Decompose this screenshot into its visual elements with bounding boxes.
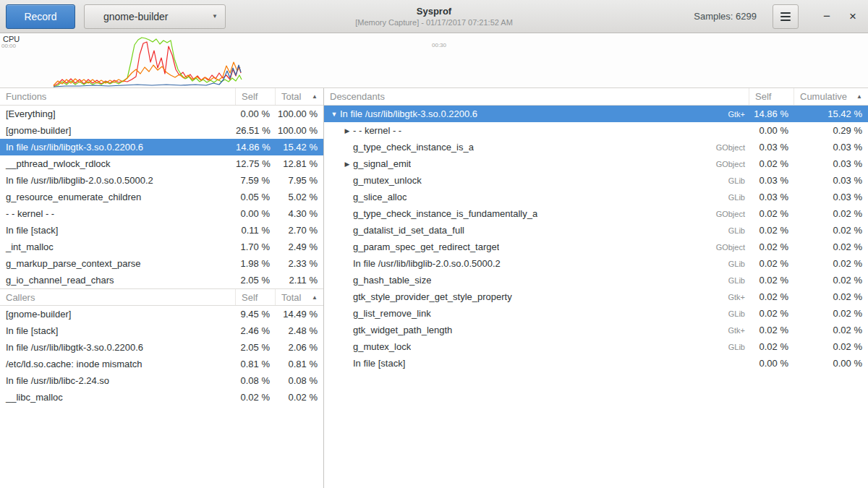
row-self: 9.45 % <box>236 309 276 320</box>
expander-closed-icon[interactable]: ▶ <box>341 160 353 168</box>
row-self: 12.75 % <box>236 158 276 169</box>
category-label: GLib <box>723 343 749 351</box>
row-self: 7.59 % <box>236 175 276 186</box>
category-label: GLib <box>723 276 749 285</box>
descendant-row[interactable]: ▼In file /usr/lib/libgtk-3.so.0.2200.6Gt… <box>324 106 868 122</box>
descendant-name-cell: ▼In file /usr/lib/libgtk-3.so.0.2200.6Gt… <box>324 108 749 119</box>
descendant-name-cell: g_datalist_id_set_data_fullGLib <box>324 225 749 236</box>
descendant-row[interactable]: g_list_remove_linkGLib0.02 %0.02 % <box>324 305 868 322</box>
category-label: GLib <box>723 193 749 202</box>
process-selector[interactable]: gnome-builder ▼ <box>84 4 226 29</box>
row-cumulative: 0.03 % <box>794 158 868 169</box>
column-header-functions-label: Functions <box>6 91 46 102</box>
function-row[interactable]: g_resource_enumerate_children0.05 %5.02 … <box>0 189 323 205</box>
cpu-line-red <box>54 42 241 86</box>
left-panel: Functions Self Total▲ [Everything]0.00 %… <box>0 88 324 488</box>
window-subtitle: [Memory Capture] - 01/17/2017 07:21:52 A… <box>355 18 513 27</box>
descendant-name-cell: g_type_check_instance_is_fundamentally_a… <box>324 208 749 219</box>
category-label: Gtk+ <box>722 293 749 301</box>
column-header-cumulative[interactable]: Cumulative▲ <box>794 88 868 105</box>
caller-row[interactable]: In file [stack]2.46 %2.48 % <box>0 322 323 339</box>
function-row[interactable]: [gnome-builder]26.51 %100.00 % <box>0 122 323 139</box>
descendant-row[interactable]: g_mutex_lockGLib0.02 %0.02 % <box>324 338 868 355</box>
descendant-row[interactable]: gtk_style_provider_get_style_propertyGtk… <box>324 288 868 305</box>
record-button[interactable]: Record <box>6 4 75 29</box>
descendant-row[interactable]: In file [stack]0.00 %0.00 % <box>324 355 868 372</box>
column-header-descendants[interactable]: Descendants <box>324 88 749 105</box>
row-self: 0.02 % <box>749 241 794 252</box>
row-cumulative: 0.02 % <box>794 208 868 219</box>
time-tick-mid: 00:30 <box>432 42 446 48</box>
descendant-name: g_type_check_instance_is_fundamentally_a <box>353 208 537 219</box>
descendant-row[interactable]: g_hash_table_sizeGLib0.02 %0.02 % <box>324 272 868 288</box>
descendant-name: In file /usr/lib/libgtk-3.so.0.2200.6 <box>340 108 477 119</box>
descendant-row[interactable]: gtk_widget_path_lengthGtk+0.02 %0.02 % <box>324 322 868 338</box>
minimize-button[interactable]: − <box>817 7 836 26</box>
descendant-row[interactable]: ▶g_signal_emitGObject0.02 %0.03 % <box>324 155 868 172</box>
function-row[interactable]: In file /usr/lib/libgtk-3.so.0.2200.614.… <box>0 139 323 155</box>
descendant-row[interactable]: g_datalist_id_set_data_fullGLib0.02 %0.0… <box>324 222 868 239</box>
caller-row[interactable]: __libc_malloc0.02 %0.02 % <box>0 389 323 406</box>
column-header-callers-self[interactable]: Self <box>236 289 276 305</box>
row-name: In file /usr/lib/libglib-2.0.so.0.5000.2 <box>0 175 236 186</box>
descendant-name: gtk_widget_path_length <box>353 325 452 335</box>
row-self: 0.00 % <box>749 358 794 369</box>
descendant-name: g_list_remove_link <box>353 308 431 319</box>
row-self: 0.81 % <box>236 359 276 369</box>
row-self: 0.00 % <box>236 108 276 119</box>
cpu-timeline[interactable]: CPU 00:00 00:30 <box>0 33 868 88</box>
row-total: 2.48 % <box>276 325 323 336</box>
column-header-functions[interactable]: Functions <box>0 88 236 105</box>
descendant-name: g_slice_alloc <box>353 192 407 202</box>
expander-closed-icon[interactable]: ▶ <box>341 127 353 134</box>
close-button[interactable]: × <box>843 7 862 26</box>
descendant-row[interactable]: In file /usr/lib/libglib-2.0.so.0.5000.2… <box>324 255 868 272</box>
descendant-row[interactable]: g_type_check_instance_is_aGObject0.03 %0… <box>324 139 868 155</box>
row-total: 14.49 % <box>276 309 323 320</box>
descendant-row[interactable]: ▶- - kernel - -0.00 %0.29 % <box>324 122 868 139</box>
row-name: [gnome-builder] <box>0 125 236 136</box>
category-label: Gtk+ <box>722 110 749 119</box>
descendant-row[interactable]: g_param_spec_get_redirect_targetGObject0… <box>324 239 868 255</box>
function-row[interactable]: _int_malloc1.70 %2.49 % <box>0 239 323 255</box>
function-row[interactable]: [Everything]0.00 %100.00 % <box>0 106 323 122</box>
column-header-functions-self[interactable]: Self <box>236 88 276 105</box>
descendant-name-cell: In file [stack] <box>324 358 749 369</box>
row-cumulative: 0.03 % <box>794 175 868 186</box>
column-header-callers[interactable]: Callers <box>0 289 236 305</box>
samples-count: Samples: 6299 <box>694 11 757 22</box>
caller-row[interactable]: [gnome-builder]9.45 %14.49 % <box>0 306 323 322</box>
caller-row[interactable]: In file /usr/lib/libgtk-3.so.0.2200.62.0… <box>0 339 323 356</box>
category-label: GObject <box>710 160 749 168</box>
row-self: 1.70 % <box>236 241 276 252</box>
descendant-name-cell: ▶- - kernel - - <box>324 125 749 136</box>
column-header-cumulative-label: Cumulative <box>800 91 847 102</box>
caller-row[interactable]: In file /usr/lib/libc-2.24.so0.08 %0.08 … <box>0 372 323 389</box>
descendant-row[interactable]: g_slice_allocGLib0.03 %0.03 % <box>324 189 868 205</box>
descendant-name: g_param_spec_get_redirect_target <box>353 241 499 252</box>
function-row[interactable]: In file [stack]0.11 %2.70 % <box>0 222 323 239</box>
row-name: __pthread_rwlock_rdlock <box>0 158 236 169</box>
descendant-row[interactable]: g_type_check_instance_is_fundamentally_a… <box>324 205 868 222</box>
caller-row[interactable]: /etc/ld.so.cache: inode mismatch0.81 %0.… <box>0 356 323 372</box>
function-row[interactable]: g_io_channel_read_chars2.05 %2.11 % <box>0 272 323 288</box>
process-selector-label: gnome-builder <box>103 11 169 22</box>
function-row[interactable]: - - kernel - -0.00 %4.30 % <box>0 205 323 222</box>
row-self: 0.02 % <box>749 258 794 269</box>
category-label: GObject <box>710 210 749 218</box>
function-row[interactable]: g_markup_parse_context_parse1.98 %2.33 % <box>0 255 323 272</box>
column-header-descendants-self[interactable]: Self <box>749 88 794 105</box>
expander-open-icon[interactable]: ▼ <box>328 111 340 118</box>
function-row[interactable]: __pthread_rwlock_rdlock12.75 %12.81 % <box>0 155 323 172</box>
row-cumulative: 15.42 % <box>794 108 868 119</box>
descendant-name: g_mutex_unlock <box>353 175 422 186</box>
column-header-functions-total[interactable]: Total▲ <box>276 88 323 105</box>
row-name: g_markup_parse_context_parse <box>0 258 236 269</box>
function-row[interactable]: In file /usr/lib/libglib-2.0.so.0.5000.2… <box>0 172 323 189</box>
descendant-name-cell: g_hash_table_sizeGLib <box>324 275 749 286</box>
column-header-descendants-label: Descendants <box>330 91 385 102</box>
minimize-icon: − <box>823 9 830 24</box>
column-header-callers-total[interactable]: Total▲ <box>276 289 323 305</box>
menu-button[interactable] <box>773 4 799 29</box>
descendant-row[interactable]: g_mutex_unlockGLib0.03 %0.03 % <box>324 172 868 189</box>
